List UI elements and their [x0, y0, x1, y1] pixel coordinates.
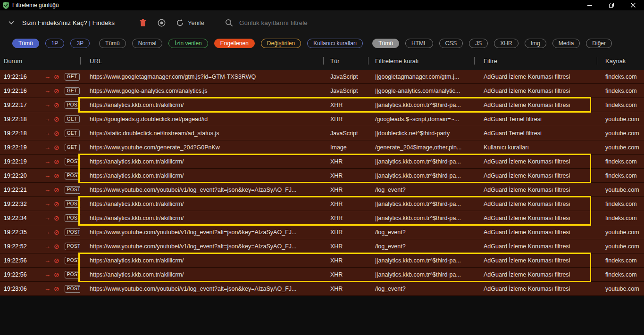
search-input[interactable] — [239, 19, 395, 26]
filter-chip-de-i-tirilen[interactable]: Değiştirilen — [261, 39, 301, 48]
refresh-button[interactable]: Yenile — [176, 19, 204, 27]
filtering-rule: ||analytics.kkb.com.tr^$third-pa... — [368, 169, 474, 182]
refresh-icon — [176, 19, 184, 27]
outbound-arrow-icon: → — [44, 200, 51, 207]
log-row[interactable]: 19:22:18 → ⊘ GET https://googleads.g.dou… — [0, 112, 644, 126]
filter-chip-1p[interactable]: 1P — [45, 39, 65, 48]
status-cell: 19:22:18 → ⊘ GET — [0, 112, 80, 126]
log-row[interactable]: 19:22:35 → ⊘ POST https://www.youtube.co… — [0, 225, 644, 239]
outbound-arrow-icon: → — [44, 243, 51, 250]
filter-chip-xhr[interactable]: XHR — [494, 39, 518, 48]
log-row[interactable]: 19:22:16 → ⊘ GET https://www.googletagma… — [0, 70, 644, 84]
filter-chip-t-m-[interactable]: Tümü — [12, 39, 39, 48]
filter-chip-3p[interactable]: 3P — [70, 39, 90, 48]
record-toggle-button[interactable] — [157, 18, 166, 27]
log-row[interactable]: 19:23:06 → ⊘ POST https://www.youtube.co… — [0, 282, 644, 296]
column-header-durum[interactable]: Durum — [0, 52, 80, 70]
request-time: 19:22:16 — [0, 74, 44, 80]
log-row[interactable]: 19:22:18 → ⊘ GET https://static.doublecl… — [0, 126, 644, 140]
source-domain: findeks.com — [597, 268, 644, 281]
request-time: 19:22:18 — [0, 130, 44, 137]
filter-name: AdGuard İzleme Koruması filtresi — [474, 211, 597, 225]
table-header: Durum URL Tür Filtreleme kuralı Filtre K… — [0, 52, 644, 70]
request-url: https://analytics.kkb.com.tr/akillicrm/ — [80, 253, 323, 267]
blocked-icon: ⊘ — [54, 271, 59, 278]
request-type: Image — [323, 140, 368, 154]
filter-chip-normal[interactable]: Normal — [132, 39, 163, 48]
blocked-icon: ⊘ — [54, 74, 59, 80]
request-type: XHR — [323, 98, 368, 112]
status-cell: 19:22:17 → ⊘ POST — [0, 98, 80, 112]
outbound-arrow-icon: → — [44, 130, 51, 137]
log-row[interactable]: 19:22:56 → ⊘ POST https://analytics.kkb.… — [0, 253, 644, 268]
log-row[interactable]: 19:22:21 → ⊘ POST https://www.youtube.co… — [0, 183, 644, 197]
filter-chip-engellenen[interactable]: Engellenen — [214, 39, 255, 48]
log-row[interactable]: 19:22:32 → ⊘ POST https://analytics.kkb.… — [0, 197, 644, 211]
filter-name: AdGuard İzleme Koruması filtresi — [474, 239, 597, 253]
source-domain: findeks.com — [597, 253, 644, 267]
blocked-icon: ⊘ — [54, 201, 59, 207]
request-type: JavaScript — [323, 70, 368, 83]
request-time: 19:22:56 — [0, 257, 44, 264]
log-row[interactable]: 19:22:19 → ⊘ GET https://www.youtube.com… — [0, 140, 644, 155]
log-row[interactable]: 19:22:17 → ⊘ POST https://analytics.kkb.… — [0, 98, 644, 112]
status-cell: 19:22:56 → ⊘ POST — [0, 268, 80, 281]
request-url: https://www.googletagmanager.com/gtm.js?… — [80, 70, 323, 83]
filter-chip-js[interactable]: JS — [469, 39, 488, 48]
column-header-tur[interactable]: Tür — [323, 52, 368, 70]
filtering-rule: ||analytics.kkb.com.tr^$third-pa... — [368, 253, 474, 267]
column-header-kaynak[interactable]: Kaynak — [597, 52, 644, 70]
chevron-down-icon — [8, 21, 16, 25]
filter-chip-img[interactable]: Img — [525, 39, 546, 48]
filtering-rule: /log_event? — [368, 282, 474, 295]
log-row[interactable]: 19:22:20 → ⊘ POST https://analytics.kkb.… — [0, 169, 644, 183]
window-controls — [579, 0, 644, 10]
close-button[interactable] — [622, 0, 644, 10]
log-row[interactable]: 19:22:34 → ⊘ POST https://analytics.kkb.… — [0, 211, 644, 225]
source-domain: youtube.com — [597, 126, 644, 140]
filter-chip-html[interactable]: HTML — [405, 39, 433, 48]
tab-selector-dropdown[interactable]: Sizin Findeks'iniz Kaç? | Findeks — [8, 19, 115, 26]
log-row[interactable]: 19:22:19 → ⊘ POST https://analytics.kkb.… — [0, 155, 644, 169]
request-type: XHR — [323, 239, 368, 253]
filtering-rule: /googleads.$~script,domain=~... — [368, 112, 474, 126]
column-header-filtre[interactable]: Filtre — [474, 52, 597, 70]
filter-chip-media[interactable]: Media — [552, 39, 580, 48]
minimize-button[interactable] — [579, 0, 601, 10]
filter-chip-di-er[interactable]: Diğer — [586, 39, 612, 48]
column-header-filtreleme-kurali[interactable]: Filtreleme kuralı — [368, 52, 474, 70]
method-badge: GET — [65, 115, 80, 123]
blocked-icon: ⊘ — [54, 158, 59, 165]
log-row[interactable]: 19:22:16 → ⊘ GET https://www.google-anal… — [0, 84, 644, 98]
maximize-restore-button[interactable] — [601, 0, 622, 10]
status-filter-group: TümüNormalİzin verilenEngellenenDeğiştir… — [99, 39, 369, 48]
filtering-rule: ||googletagmanager.com/gtm.j... — [368, 70, 474, 83]
status-cell: 19:22:16 → ⊘ GET — [0, 70, 80, 83]
outbound-arrow-icon: → — [44, 257, 51, 264]
filter-chip-t-m-[interactable]: Tümü — [372, 39, 399, 48]
request-url: https://analytics.kkb.com.tr/akillicrm/ — [80, 169, 323, 182]
filter-name: AdGuard İzleme Koruması filtresi — [474, 282, 597, 295]
filter-chip-css[interactable]: CSS — [439, 39, 463, 48]
outbound-arrow-icon: → — [44, 87, 51, 94]
party-filter-group: Tümü1P3P — [12, 39, 96, 48]
filter-chip-i-zin-verilen[interactable]: İzin verilen — [168, 39, 208, 48]
filter-chip-t-m-[interactable]: Tümü — [99, 39, 126, 48]
clear-log-button[interactable] — [140, 19, 146, 26]
request-type: XHR — [323, 183, 368, 196]
method-badge: GET — [65, 73, 80, 81]
log-row[interactable]: 19:22:56 → ⊘ POST https://analytics.kkb.… — [0, 268, 644, 282]
request-url: https://www.youtube.com/youtubei/v1/log_… — [80, 225, 323, 239]
filter-name: AdGuard İzleme Koruması filtresi — [474, 183, 597, 196]
method-badge: GET — [65, 87, 80, 95]
log-row[interactable]: 19:22:52 → ⊘ POST https://www.youtube.co… — [0, 239, 644, 253]
search-box — [225, 19, 395, 27]
source-domain: youtube.com — [597, 282, 644, 295]
blocked-icon: ⊘ — [54, 187, 59, 193]
blocked-icon: ⊘ — [54, 88, 59, 94]
request-url: https://www.youtube.com/youtubei/v1/log_… — [80, 282, 323, 295]
filter-chip-kullan-c-kurallar-[interactable]: Kullanıcı kuralları — [307, 39, 363, 48]
window-title: Filtreleme günlüğü — [12, 2, 59, 8]
column-header-url[interactable]: URL — [80, 52, 323, 70]
method-badge: POST — [65, 271, 80, 278]
